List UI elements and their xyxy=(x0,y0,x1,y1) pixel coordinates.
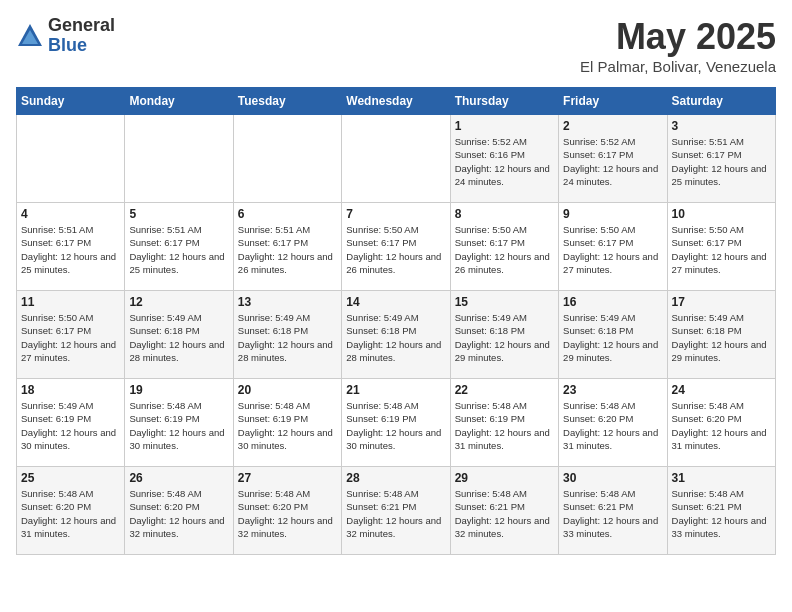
day-detail: Sunrise: 5:48 AM Sunset: 6:20 PM Dayligh… xyxy=(563,399,662,452)
calendar-day-cell: 20Sunrise: 5:48 AM Sunset: 6:19 PM Dayli… xyxy=(233,379,341,467)
day-number: 3 xyxy=(672,119,771,133)
calendar-day-cell: 24Sunrise: 5:48 AM Sunset: 6:20 PM Dayli… xyxy=(667,379,775,467)
calendar-day-cell: 1Sunrise: 5:52 AM Sunset: 6:16 PM Daylig… xyxy=(450,115,558,203)
logo-icon xyxy=(16,22,44,50)
logo-blue: Blue xyxy=(48,36,115,56)
page-header: General Blue May 2025 El Palmar, Bolivar… xyxy=(16,16,776,75)
day-number: 31 xyxy=(672,471,771,485)
day-number: 13 xyxy=(238,295,337,309)
calendar-day-cell xyxy=(233,115,341,203)
day-number: 6 xyxy=(238,207,337,221)
day-number: 1 xyxy=(455,119,554,133)
weekday-header: Friday xyxy=(559,88,667,115)
day-detail: Sunrise: 5:48 AM Sunset: 6:21 PM Dayligh… xyxy=(672,487,771,540)
day-number: 16 xyxy=(563,295,662,309)
calendar-day-cell: 15Sunrise: 5:49 AM Sunset: 6:18 PM Dayli… xyxy=(450,291,558,379)
day-detail: Sunrise: 5:51 AM Sunset: 6:17 PM Dayligh… xyxy=(129,223,228,276)
calendar-week-row: 18Sunrise: 5:49 AM Sunset: 6:19 PM Dayli… xyxy=(17,379,776,467)
calendar-day-cell: 17Sunrise: 5:49 AM Sunset: 6:18 PM Dayli… xyxy=(667,291,775,379)
calendar-day-cell: 18Sunrise: 5:49 AM Sunset: 6:19 PM Dayli… xyxy=(17,379,125,467)
calendar-day-cell xyxy=(17,115,125,203)
calendar-week-row: 25Sunrise: 5:48 AM Sunset: 6:20 PM Dayli… xyxy=(17,467,776,555)
location: El Palmar, Bolivar, Venezuela xyxy=(580,58,776,75)
calendar-day-cell: 25Sunrise: 5:48 AM Sunset: 6:20 PM Dayli… xyxy=(17,467,125,555)
day-detail: Sunrise: 5:49 AM Sunset: 6:19 PM Dayligh… xyxy=(21,399,120,452)
day-detail: Sunrise: 5:48 AM Sunset: 6:21 PM Dayligh… xyxy=(346,487,445,540)
calendar-day-cell: 9Sunrise: 5:50 AM Sunset: 6:17 PM Daylig… xyxy=(559,203,667,291)
calendar-day-cell: 28Sunrise: 5:48 AM Sunset: 6:21 PM Dayli… xyxy=(342,467,450,555)
weekday-header: Tuesday xyxy=(233,88,341,115)
day-detail: Sunrise: 5:50 AM Sunset: 6:17 PM Dayligh… xyxy=(346,223,445,276)
calendar-day-cell xyxy=(125,115,233,203)
day-number: 28 xyxy=(346,471,445,485)
weekday-header: Monday xyxy=(125,88,233,115)
calendar-day-cell: 27Sunrise: 5:48 AM Sunset: 6:20 PM Dayli… xyxy=(233,467,341,555)
day-number: 12 xyxy=(129,295,228,309)
calendar-day-cell xyxy=(342,115,450,203)
calendar-day-cell: 8Sunrise: 5:50 AM Sunset: 6:17 PM Daylig… xyxy=(450,203,558,291)
day-detail: Sunrise: 5:50 AM Sunset: 6:17 PM Dayligh… xyxy=(21,311,120,364)
day-detail: Sunrise: 5:50 AM Sunset: 6:17 PM Dayligh… xyxy=(455,223,554,276)
calendar-table: SundayMondayTuesdayWednesdayThursdayFrid… xyxy=(16,87,776,555)
calendar-week-row: 4Sunrise: 5:51 AM Sunset: 6:17 PM Daylig… xyxy=(17,203,776,291)
weekday-row: SundayMondayTuesdayWednesdayThursdayFrid… xyxy=(17,88,776,115)
calendar-day-cell: 13Sunrise: 5:49 AM Sunset: 6:18 PM Dayli… xyxy=(233,291,341,379)
day-number: 17 xyxy=(672,295,771,309)
day-number: 8 xyxy=(455,207,554,221)
calendar-day-cell: 21Sunrise: 5:48 AM Sunset: 6:19 PM Dayli… xyxy=(342,379,450,467)
day-detail: Sunrise: 5:49 AM Sunset: 6:18 PM Dayligh… xyxy=(346,311,445,364)
calendar-day-cell: 19Sunrise: 5:48 AM Sunset: 6:19 PM Dayli… xyxy=(125,379,233,467)
day-detail: Sunrise: 5:49 AM Sunset: 6:18 PM Dayligh… xyxy=(455,311,554,364)
title-block: May 2025 El Palmar, Bolivar, Venezuela xyxy=(580,16,776,75)
calendar-day-cell: 11Sunrise: 5:50 AM Sunset: 6:17 PM Dayli… xyxy=(17,291,125,379)
day-detail: Sunrise: 5:52 AM Sunset: 6:16 PM Dayligh… xyxy=(455,135,554,188)
calendar-day-cell: 31Sunrise: 5:48 AM Sunset: 6:21 PM Dayli… xyxy=(667,467,775,555)
day-detail: Sunrise: 5:49 AM Sunset: 6:18 PM Dayligh… xyxy=(238,311,337,364)
calendar-day-cell: 7Sunrise: 5:50 AM Sunset: 6:17 PM Daylig… xyxy=(342,203,450,291)
day-number: 9 xyxy=(563,207,662,221)
calendar-day-cell: 22Sunrise: 5:48 AM Sunset: 6:19 PM Dayli… xyxy=(450,379,558,467)
day-detail: Sunrise: 5:48 AM Sunset: 6:21 PM Dayligh… xyxy=(455,487,554,540)
day-number: 30 xyxy=(563,471,662,485)
day-number: 25 xyxy=(21,471,120,485)
calendar-week-row: 1Sunrise: 5:52 AM Sunset: 6:16 PM Daylig… xyxy=(17,115,776,203)
day-detail: Sunrise: 5:48 AM Sunset: 6:19 PM Dayligh… xyxy=(238,399,337,452)
day-number: 10 xyxy=(672,207,771,221)
day-number: 19 xyxy=(129,383,228,397)
day-number: 11 xyxy=(21,295,120,309)
day-number: 27 xyxy=(238,471,337,485)
day-detail: Sunrise: 5:50 AM Sunset: 6:17 PM Dayligh… xyxy=(672,223,771,276)
calendar-day-cell: 14Sunrise: 5:49 AM Sunset: 6:18 PM Dayli… xyxy=(342,291,450,379)
calendar-day-cell: 23Sunrise: 5:48 AM Sunset: 6:20 PM Dayli… xyxy=(559,379,667,467)
month-title: May 2025 xyxy=(580,16,776,58)
weekday-header: Wednesday xyxy=(342,88,450,115)
day-detail: Sunrise: 5:48 AM Sunset: 6:21 PM Dayligh… xyxy=(563,487,662,540)
weekday-header: Saturday xyxy=(667,88,775,115)
calendar-body: 1Sunrise: 5:52 AM Sunset: 6:16 PM Daylig… xyxy=(17,115,776,555)
calendar-day-cell: 12Sunrise: 5:49 AM Sunset: 6:18 PM Dayli… xyxy=(125,291,233,379)
day-number: 2 xyxy=(563,119,662,133)
day-number: 15 xyxy=(455,295,554,309)
day-detail: Sunrise: 5:48 AM Sunset: 6:20 PM Dayligh… xyxy=(129,487,228,540)
day-number: 29 xyxy=(455,471,554,485)
weekday-header: Thursday xyxy=(450,88,558,115)
day-detail: Sunrise: 5:51 AM Sunset: 6:17 PM Dayligh… xyxy=(672,135,771,188)
day-number: 23 xyxy=(563,383,662,397)
calendar-day-cell: 10Sunrise: 5:50 AM Sunset: 6:17 PM Dayli… xyxy=(667,203,775,291)
day-number: 4 xyxy=(21,207,120,221)
day-detail: Sunrise: 5:50 AM Sunset: 6:17 PM Dayligh… xyxy=(563,223,662,276)
day-detail: Sunrise: 5:48 AM Sunset: 6:20 PM Dayligh… xyxy=(672,399,771,452)
day-detail: Sunrise: 5:51 AM Sunset: 6:17 PM Dayligh… xyxy=(21,223,120,276)
day-number: 5 xyxy=(129,207,228,221)
day-number: 21 xyxy=(346,383,445,397)
calendar-day-cell: 16Sunrise: 5:49 AM Sunset: 6:18 PM Dayli… xyxy=(559,291,667,379)
weekday-header: Sunday xyxy=(17,88,125,115)
day-number: 14 xyxy=(346,295,445,309)
day-detail: Sunrise: 5:48 AM Sunset: 6:20 PM Dayligh… xyxy=(238,487,337,540)
calendar-day-cell: 26Sunrise: 5:48 AM Sunset: 6:20 PM Dayli… xyxy=(125,467,233,555)
calendar-day-cell: 6Sunrise: 5:51 AM Sunset: 6:17 PM Daylig… xyxy=(233,203,341,291)
day-number: 22 xyxy=(455,383,554,397)
day-detail: Sunrise: 5:48 AM Sunset: 6:19 PM Dayligh… xyxy=(346,399,445,452)
day-detail: Sunrise: 5:48 AM Sunset: 6:20 PM Dayligh… xyxy=(21,487,120,540)
calendar-day-cell: 4Sunrise: 5:51 AM Sunset: 6:17 PM Daylig… xyxy=(17,203,125,291)
